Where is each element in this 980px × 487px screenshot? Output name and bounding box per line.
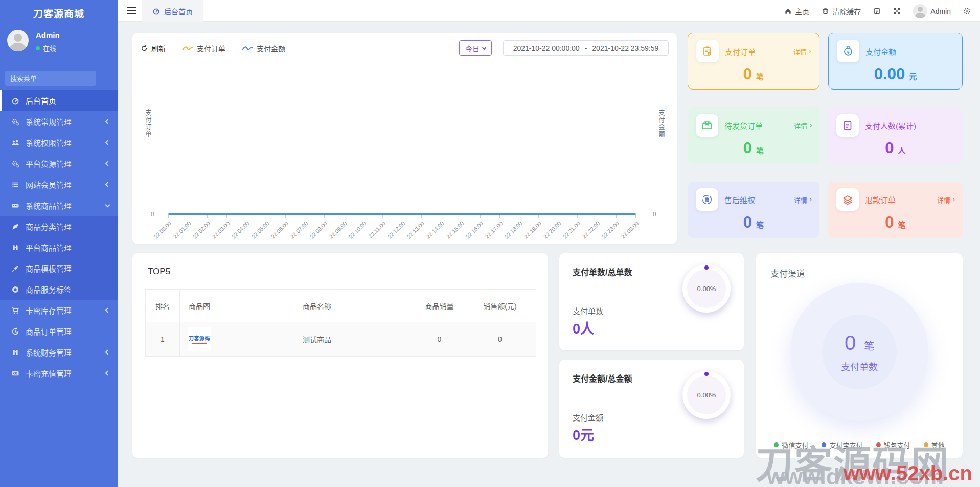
stat-card-pay-orders: ¥ 支付订单 详情 0笔 [688,33,819,90]
donut-unit: 笔 [864,338,874,353]
language-button[interactable] [873,7,881,15]
sidebar: 刀客源商城 Admin 在线 后台首页 系统常规管理 系统权限管理 平台货源管理… [0,0,118,487]
col-amount: 销售额(元) [464,290,536,322]
detail-link[interactable]: 详情 [794,195,811,205]
refresh-button[interactable]: 刷新 [141,43,166,53]
user-menu[interactable]: Admin [913,4,951,18]
chevron-right-icon [808,49,811,53]
table-row: 1 刀客源码 测试商品 0 0 [146,322,536,357]
gauge-value: 0人 [573,318,594,338]
menu-toggle-icon[interactable] [127,7,136,14]
detail-link[interactable]: 详情 [794,121,811,130]
sidebar-item-system-finance[interactable]: 系统财务管理 [0,342,118,363]
chevron-left-icon [105,350,110,355]
online-dot-icon [36,46,40,50]
legend-pay-orders[interactable]: 支付订单 [182,43,225,53]
sidebar-item-product-service-tags[interactable]: 商品服务标签 [0,279,118,300]
users-icon [11,139,19,147]
legend-dot-icon [924,442,928,447]
table-header-row: 排名 商品图 商品名称 商品销量 销售额(元) [146,290,536,322]
tab-dashboard[interactable]: 后台首页 [142,0,203,22]
detail-label: 详情 [794,195,807,205]
detail-link[interactable]: 详情 [793,47,811,56]
cell-rank: 1 [146,322,180,357]
cell-image: 刀客源码 [180,322,219,357]
channel-donut-chart: 0笔 支付单数 [790,283,928,421]
refresh-icon [141,45,148,52]
svg-text:¥: ¥ [847,50,849,55]
stat-card-value: 0.00元 [837,65,954,83]
chevron-left-icon [105,140,110,145]
stat-card-title: 支付金额 [865,46,896,57]
user-avatar[interactable] [7,30,29,51]
sidebar-search[interactable] [5,71,96,86]
legend-pay-amount[interactable]: 支付金额 [242,43,285,53]
leaf-icon [11,223,19,231]
sidebar-item-label: 卡密充值管理 [26,368,72,379]
sidebar-item-label: 平台商品管理 [26,242,72,253]
sidebar-item-site-members[interactable]: 网站会员管理 [0,174,118,195]
sidebar-item-platform-products[interactable]: 平台商品管理 [0,237,118,258]
wave-icon [242,46,253,51]
stat-card-aftersale: 售 售后维权 详情 0笔 [688,182,819,238]
date-range-preset-button[interactable]: 今日 [459,40,492,56]
sidebar-item-label: 系统权限管理 [26,137,72,148]
legend-wechat-pay[interactable]: 微信支付 [774,440,808,450]
gauge-percent: 0.00% [697,391,716,399]
sidebar-item-product-template[interactable]: 商品模板管理 [0,258,118,279]
stat-card-refund-orders: 退款订单 详情 0笔 [828,182,963,238]
gears-icon [11,118,19,126]
sidebar-item-dashboard[interactable]: 后台首页 [0,90,118,111]
legend-label: 支付宝支付 [829,440,862,450]
x-axis-labels: 22.00:0022.01:0022.02:0022.03:0022.04:00… [132,215,677,243]
legend-wallet-pay[interactable]: 钱包支付 [876,440,910,450]
stat-card-title: 支付人数(累计) [865,120,916,131]
sidebar-item-card-recharge[interactable]: 卡密充值管理 [0,363,118,384]
home-link[interactable]: 主页 [784,6,809,16]
stat-card-title: 支付订单 [725,46,756,57]
legend-label: 支付金额 [257,43,285,53]
watermark-url-gray: www.dkewl.com [767,463,944,487]
sidebar-item-system-products[interactable]: 系统商品管理 [0,195,118,216]
product-badge-icon [11,202,19,210]
sidebar-item-card-stock[interactable]: 卡密库存管理 [0,300,118,321]
fullscreen-button[interactable] [893,7,901,15]
stat-card-value: 0笔 [696,213,811,232]
detail-link[interactable]: 详情 [937,195,954,205]
gear-icon [963,7,971,15]
sidebar-item-system-general[interactable]: 系统常规管理 [0,111,118,132]
sidebar-item-product-orders[interactable]: 商品订单管理 [0,321,118,342]
legend-other[interactable]: 其他 [924,440,945,450]
top5-title: TOP5 [148,267,170,277]
dashboard-icon [11,97,19,105]
product-image[interactable]: 刀客源码 [188,327,211,351]
chevron-left-icon [105,161,110,166]
clear-cache-button[interactable]: 清除缓存 [822,6,861,16]
sidebar-item-product-category[interactable]: 商品分类管理 [0,216,118,237]
col-sales: 商品销量 [415,290,464,322]
legend-label: 其他 [931,440,945,450]
clear-cache-label: 清除缓存 [832,6,861,16]
binoculars-icon [11,348,19,357]
cell-amount: 0 [464,322,536,357]
sidebar-item-label: 系统财务管理 [26,347,72,358]
sidebar-item-label: 系统商品管理 [26,200,72,211]
sidebar-item-platform-supply[interactable]: 平台货源管理 [0,153,118,174]
gauge-ring: 0.00% [682,264,731,313]
stat-card-title: 待发货订单 [724,120,763,131]
sidebar-item-label: 商品模板管理 [26,263,72,274]
legend-label: 微信支付 [782,440,808,450]
settings-button[interactable] [963,7,971,15]
home-icon [784,7,792,15]
sidebar-item-label: 后台首页 [26,95,56,106]
sidebar-item-system-permission[interactable]: 系统权限管理 [0,132,118,153]
stat-card-value: 0人 [836,139,954,158]
date-range-input[interactable]: 2021-10-22 00:00:00 - 2021-10-22 23:59:5… [503,40,669,56]
legend-alipay[interactable]: 支付宝支付 [822,440,862,450]
package-box-icon [696,114,718,137]
stat-card-title: 退款订单 [865,194,896,205]
search-input[interactable] [10,75,100,82]
stat-card-pay-amount: ¥ 支付金额 0.00元 [828,33,963,90]
cell-name: 测试商品 [219,322,415,357]
pay-amount-ratio-panel: 支付金额/总金额 0.00% 支付金额 0元 [559,360,744,458]
